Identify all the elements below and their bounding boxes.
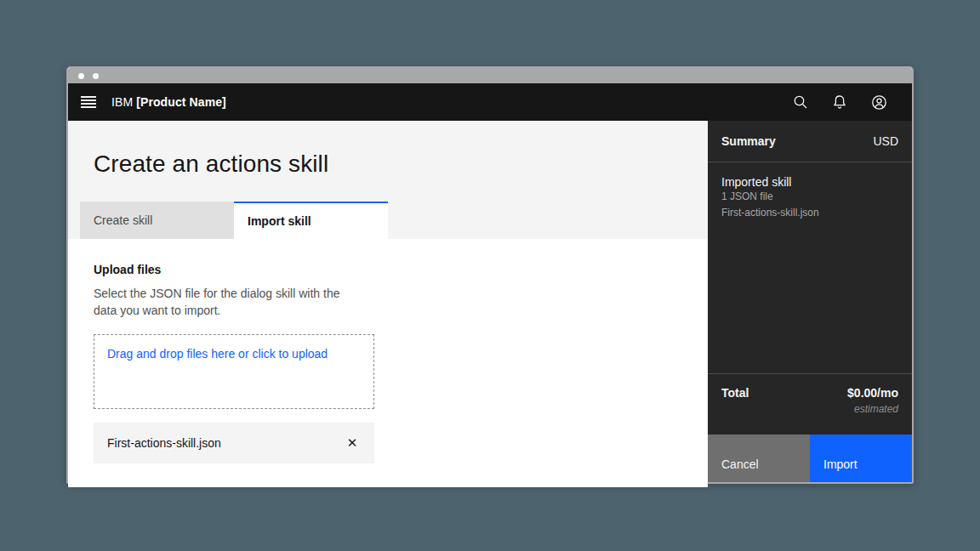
tab-label: Import skill — [248, 214, 311, 228]
search-button[interactable] — [781, 83, 820, 121]
tab-label: Create skill — [94, 213, 152, 227]
search-icon — [793, 94, 808, 110]
upload-description: Select the JSON file for the dialog skil… — [94, 285, 356, 320]
uploaded-file-item: First-actions-skill.json ✕ — [94, 423, 374, 463]
file-dropzone[interactable]: Drag and drop files here or click to upl… — [94, 334, 374, 409]
heading-area: Create an actions skill — [68, 121, 708, 202]
menu-button[interactable] — [68, 83, 109, 121]
notifications-button[interactable] — [820, 83, 859, 121]
tab-bar: Create skill Import skill — [68, 202, 708, 239]
app-header: IBM [Product Name] — [68, 83, 912, 121]
window-titlebar — [68, 68, 912, 83]
summary-line-file-count: 1 JSON file — [721, 189, 898, 205]
upload-files-heading: Upload files — [94, 263, 682, 276]
summary-currency: USD — [873, 134, 898, 148]
summary-section-heading: Imported skill — [721, 175, 898, 189]
page-title: Create an actions skill — [94, 151, 682, 178]
dropzone-label: Drag and drop files here or click to upl… — [107, 347, 328, 361]
summary-actions: Cancel Import — [708, 435, 912, 482]
summary-line-file-name: First-actions-skill.json — [721, 205, 898, 221]
summary-title: Summary — [721, 134, 776, 148]
hamburger-menu-icon — [81, 96, 96, 108]
total-label: Total — [721, 386, 749, 423]
user-menu-button[interactable] — [859, 83, 898, 121]
summary-header: Summary USD — [708, 121, 912, 162]
import-skill-panel: Upload files Select the JSON file for th… — [68, 239, 708, 487]
uploaded-file-name: First-actions-skill.json — [107, 436, 221, 450]
summary-body: Imported skill 1 JSON file First-actions… — [708, 162, 912, 373]
import-button[interactable]: Import — [810, 435, 912, 482]
window-control-dot[interactable] — [78, 73, 84, 79]
user-avatar-icon — [871, 94, 887, 111]
total-amount: $0.00/mo — [847, 386, 898, 400]
brand: IBM [Product Name] — [111, 95, 226, 109]
window-control-dot[interactable] — [93, 73, 99, 79]
main-pane: Create an actions skill Create skill Imp… — [68, 121, 708, 482]
tab-import-skill[interactable]: Import skill — [234, 202, 388, 239]
total-values: $0.00/mo estimated — [847, 386, 898, 423]
app-window: IBM [Product Name] — [66, 66, 914, 484]
summary-total-row: Total $0.00/mo estimated — [708, 373, 912, 435]
notification-bell-icon — [832, 94, 847, 110]
tab-create-skill[interactable]: Create skill — [80, 202, 234, 239]
window-content: Create an actions skill Create skill Imp… — [68, 121, 912, 482]
brand-product-name: [Product Name] — [136, 95, 226, 109]
total-estimated-note: estimated — [847, 403, 898, 415]
brand-prefix: IBM — [111, 95, 133, 109]
cancel-button[interactable]: Cancel — [708, 435, 810, 482]
summary-sidebar: Summary USD Imported skill 1 JSON file F… — [708, 121, 912, 482]
close-icon[interactable]: ✕ — [342, 433, 362, 453]
